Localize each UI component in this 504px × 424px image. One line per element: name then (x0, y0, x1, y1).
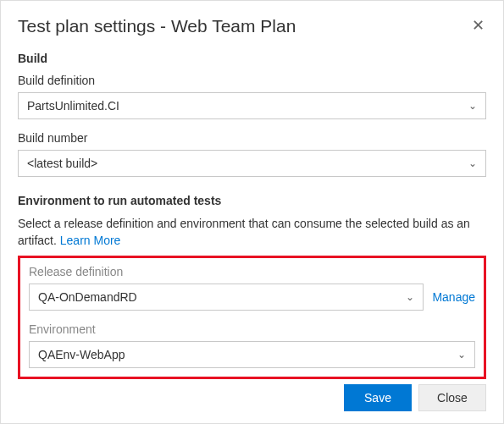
build-number-value: <latest build> (27, 157, 97, 170)
chevron-down-icon: ⌄ (406, 291, 414, 303)
close-button[interactable]: Close (418, 384, 486, 411)
release-definition-value: QA-OnDemandRD (38, 290, 137, 304)
chevron-down-icon: ⌄ (457, 349, 466, 361)
build-definition-field: Build definition PartsUnlimited.CI ⌄ (18, 74, 486, 119)
build-number-dropdown[interactable]: <latest build> ⌄ (18, 150, 486, 177)
dialog-header: Test plan settings - Web Team Plan ✕ (18, 16, 486, 36)
environment-label: Environment (29, 322, 475, 336)
learn-more-link[interactable]: Learn More (60, 234, 121, 247)
save-button[interactable]: Save (344, 384, 412, 411)
test-plan-settings-dialog: Test plan settings - Web Team Plan ✕ Bui… (0, 0, 504, 424)
button-bar: Save Close (344, 384, 486, 411)
build-definition-dropdown[interactable]: PartsUnlimited.CI ⌄ (18, 92, 486, 119)
highlighted-release-section: Release definition QA-OnDemandRD ⌄ Manag… (18, 256, 486, 379)
release-row: QA-OnDemandRD ⌄ Manage (29, 284, 475, 311)
environment-dropdown[interactable]: QAEnv-WebApp ⌄ (29, 341, 475, 368)
build-section: Build Build definition PartsUnlimited.CI… (18, 52, 486, 177)
environment-value: QAEnv-WebApp (38, 348, 125, 361)
release-definition-dropdown[interactable]: QA-OnDemandRD ⌄ (29, 284, 424, 311)
environment-description: Select a release definition and environm… (18, 216, 486, 249)
build-definition-label: Build definition (18, 74, 486, 87)
environment-section: Environment to run automated tests Selec… (18, 194, 486, 379)
build-number-field: Build number <latest build> ⌄ (18, 131, 486, 177)
chevron-down-icon: ⌄ (468, 100, 477, 112)
build-definition-value: PartsUnlimited.CI (27, 99, 119, 113)
environment-heading: Environment to run automated tests (18, 194, 486, 207)
dialog-title: Test plan settings - Web Team Plan (18, 16, 296, 36)
release-definition-field: Release definition QA-OnDemandRD ⌄ Manag… (29, 265, 475, 311)
close-icon[interactable]: ✕ (470, 16, 486, 35)
chevron-down-icon: ⌄ (468, 157, 477, 169)
build-heading: Build (18, 52, 486, 65)
build-number-label: Build number (18, 131, 486, 145)
environment-field: Environment QAEnv-WebApp ⌄ (29, 322, 475, 368)
manage-link[interactable]: Manage (432, 290, 475, 304)
release-definition-label: Release definition (29, 265, 475, 278)
